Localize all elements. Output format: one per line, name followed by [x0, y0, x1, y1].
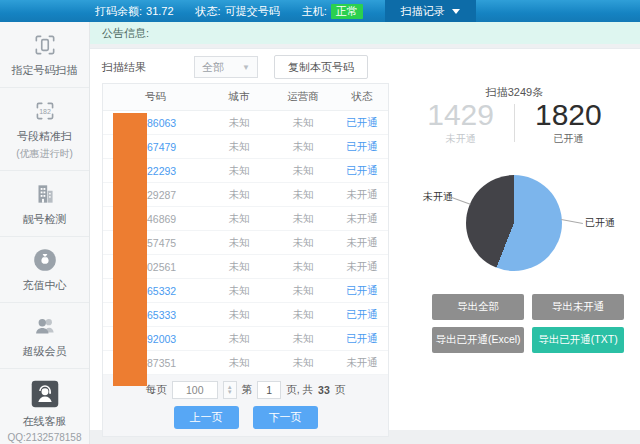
carrier-cell: 未知 — [270, 356, 336, 370]
export-buttons: 导出全部导出未开通导出已开通(Excel)导出已开通(TXT) — [432, 294, 624, 353]
city-cell: 未知 — [208, 284, 270, 298]
carrier-cell: 未知 — [270, 164, 336, 178]
members-icon — [32, 313, 58, 339]
announcement-label: 公告信息: — [102, 27, 149, 39]
status-value: 可提交号码 — [225, 4, 280, 19]
city-cell: 未知 — [208, 332, 270, 346]
prev-page-button[interactable]: 上一页 — [174, 406, 239, 429]
sidebar-item-targeted-scan[interactable]: 指定号码扫描 — [0, 22, 89, 88]
stat-divider — [514, 104, 515, 142]
scan-records-menu[interactable]: 扫描记录 — [385, 0, 476, 22]
sidebar-item-label: 充值中心 — [3, 278, 86, 293]
status-info: 状态: 可提交号码 — [196, 4, 280, 19]
balance-label: 打码余额: — [95, 4, 142, 19]
export-button[interactable]: 导出已开通(Excel) — [432, 327, 524, 353]
results-table: 号码 城市 运营商 状态 86063 未知 未知 已开通 67479 未知 未知… — [102, 83, 389, 437]
city-cell: 未知 — [208, 236, 270, 250]
export-button[interactable]: 导出已开通(TXT) — [532, 327, 624, 353]
per-page-stepper[interactable]: ▲▼ — [223, 381, 237, 399]
status-cell: 已开通 — [336, 284, 388, 298]
filter-selected-value: 全部 — [202, 60, 224, 75]
column-header-carrier: 运营商 — [270, 90, 336, 104]
column-header-number: 号码 — [103, 90, 208, 104]
pie-chart — [466, 175, 562, 271]
sidebar-item-segment-scan[interactable]: 182 号段精准扫 (优惠进行时) — [0, 88, 89, 171]
column-header-status: 状态 — [336, 90, 388, 104]
sidebar-item-label: 在线客服 — [3, 414, 86, 429]
copy-page-numbers-button[interactable]: 复制本页号码 — [274, 55, 368, 79]
money-bag-icon — [32, 247, 58, 273]
sidebar-item-sublabel: (优惠进行时) — [3, 147, 86, 161]
sidebar: 指定号码扫描 182 号段精准扫 (优惠进行时) 靓号检测 — [0, 22, 90, 444]
status-cell: 已开通 — [336, 140, 388, 154]
page-mid: 页, 共 — [286, 383, 313, 397]
scan-records-label: 扫描记录 — [401, 4, 445, 19]
carrier-cell: 未知 — [270, 260, 336, 274]
opened-count: 1820 — [535, 99, 602, 131]
city-cell: 未知 — [208, 356, 270, 370]
page-prefix: 第 — [242, 383, 253, 397]
status-cell: 已开通 — [336, 164, 388, 178]
per-page-input[interactable]: 100 — [172, 381, 218, 399]
export-button[interactable]: 导出全部 — [432, 294, 524, 320]
unopened-label: 未开通 — [427, 132, 494, 146]
carrier-cell: 未知 — [270, 212, 336, 226]
city-cell: 未知 — [208, 140, 270, 154]
balance-value: 31.72 — [146, 5, 174, 17]
next-page-button[interactable]: 下一页 — [253, 406, 318, 429]
status-cell: 已开通 — [336, 116, 388, 130]
per-page-label: 每页 — [146, 383, 167, 397]
stats-panel: 扫描3249条 1429 未开通 1820 已开通 未开通 已开通 — [389, 83, 640, 429]
announcement-bar: 公告信息: — [90, 22, 640, 44]
carrier-cell: 未知 — [270, 116, 336, 130]
opened-stat: 1820 已开通 — [535, 99, 602, 146]
sidebar-item-label: 靓号检测 — [3, 212, 86, 227]
sidebar-item-label: 号段精准扫 — [3, 129, 86, 144]
city-cell: 未知 — [208, 212, 270, 226]
page-suffix: 页 — [335, 383, 346, 397]
svg-text:182: 182 — [39, 108, 51, 115]
sidebar-item-customer-service[interactable]: 在线客服 QQ:2132578158 — [0, 369, 89, 444]
carrier-cell: 未知 — [270, 236, 336, 250]
status-label: 状态: — [196, 4, 221, 19]
city-cell: 未知 — [208, 260, 270, 274]
unopened-count: 1429 — [427, 99, 494, 131]
status-cell: 未开通 — [336, 236, 388, 250]
scan-frame-icon — [32, 32, 58, 58]
opened-label: 已开通 — [535, 132, 602, 146]
chevron-down-icon — [452, 9, 460, 14]
total-pages: 33 — [318, 384, 330, 396]
status-cell: 未开通 — [336, 212, 388, 226]
host-status-badge: 正常 — [331, 4, 363, 19]
status-cell: 已开通 — [336, 308, 388, 322]
table-header: 号码 城市 运营商 状态 — [103, 84, 388, 111]
sidebar-item-qq: QQ:2132578158 — [3, 432, 86, 443]
sidebar-item-label: 超级会员 — [3, 344, 86, 359]
result-toolbar: 扫描结果 全部 ▼ 复制本页号码 — [90, 49, 640, 83]
scan-result-label: 扫描结果 — [102, 60, 146, 75]
city-cell: 未知 — [208, 308, 270, 322]
status-cell: 未开通 — [336, 260, 388, 274]
pie-label-opened: 已开通 — [585, 216, 615, 230]
main-area: 公告信息: 扫描结果 全部 ▼ 复制本页号码 号码 城市 运营商 状态 8606… — [90, 22, 640, 444]
customer-service-icon — [30, 379, 60, 409]
status-cell: 未开通 — [336, 188, 388, 202]
export-button[interactable]: 导出未开通 — [532, 294, 624, 320]
status-cell: 已开通 — [336, 332, 388, 346]
carrier-cell: 未知 — [270, 140, 336, 154]
building-icon — [32, 181, 58, 207]
carrier-cell: 未知 — [270, 332, 336, 346]
redaction-overlay — [113, 113, 147, 386]
current-page-input[interactable]: 1 — [257, 381, 281, 399]
city-cell: 未知 — [208, 188, 270, 202]
result-filter-select[interactable]: 全部 ▼ — [194, 56, 258, 78]
sidebar-item-vip[interactable]: 超级会员 — [0, 303, 89, 369]
balance-info: 打码余额: 31.72 — [95, 4, 174, 19]
chevron-down-icon: ▼ — [242, 63, 250, 72]
city-cell: 未知 — [208, 164, 270, 178]
sidebar-item-number-check[interactable]: 靓号检测 — [0, 171, 89, 237]
unopened-stat: 1429 未开通 — [427, 99, 494, 146]
sidebar-item-label: 指定号码扫描 — [3, 63, 86, 78]
sidebar-item-recharge[interactable]: 充值中心 — [0, 237, 89, 303]
host-label: 主机: — [302, 4, 327, 19]
